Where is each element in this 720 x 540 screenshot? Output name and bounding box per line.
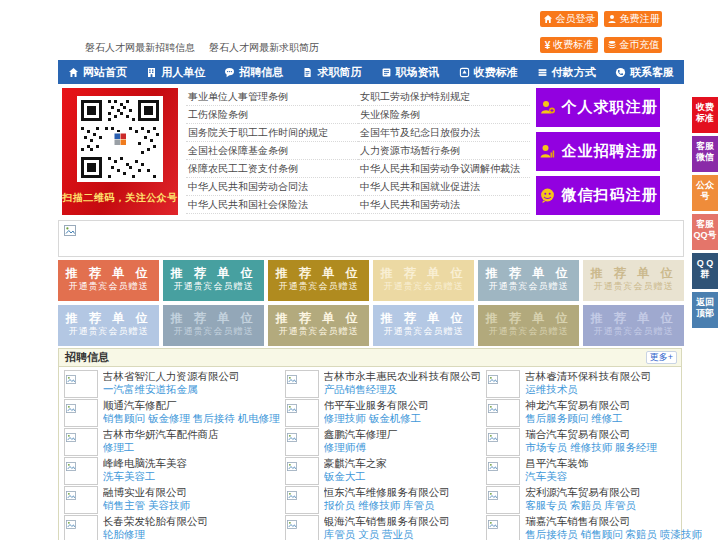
policy-link[interactable]: 国务院关于职工工作时间的规定 bbox=[186, 124, 358, 142]
nav-item-career-news[interactable]: 职场资讯 bbox=[381, 65, 440, 80]
jobs-more-link[interactable]: 更多+ bbox=[646, 351, 677, 364]
rail-label: 微信 bbox=[696, 152, 714, 162]
personal-register-button[interactable]: 个人求职注册 bbox=[536, 88, 660, 127]
nav-item-home[interactable]: 网站首页 bbox=[68, 65, 127, 80]
recommend-unit-card[interactable]: 推 荐 单 位开通贵宾会员赠送 bbox=[163, 305, 264, 346]
policy-link[interactable]: 事业单位人事管理条例 bbox=[186, 88, 358, 106]
company-jobs-link[interactable]: 钣金大工 bbox=[324, 470, 482, 483]
recommend-unit-card[interactable]: 推 荐 单 位开通贵宾会员赠送 bbox=[58, 260, 159, 301]
company-jobs-link[interactable]: 修理技师 钣金机修工 bbox=[324, 412, 482, 425]
company-name-link[interactable]: 银海汽车销售服务有限公司 bbox=[324, 514, 482, 528]
company-name-link[interactable]: 伟平车业服务有限公司 bbox=[324, 398, 482, 412]
company-jobs-link[interactable]: 售后接待员 销售顾问 索赔员 喷漆技师 bbox=[525, 528, 702, 540]
rail-back-to-top[interactable]: 返回顶部 bbox=[692, 292, 718, 328]
policy-link[interactable]: 女职工劳动保护特别规定 bbox=[358, 88, 530, 106]
company-logo-placeholder bbox=[285, 428, 319, 456]
nav-item-resumes[interactable]: 求职简历 bbox=[302, 65, 361, 80]
company-jobs-link[interactable]: 轮胎修理 bbox=[103, 528, 280, 540]
recommend-unit-card[interactable]: 推 荐 单 位开通贵宾会员赠送 bbox=[58, 305, 159, 346]
recommend-unit-card[interactable]: 推 荐 单 位开通贵宾会员赠送 bbox=[478, 260, 579, 301]
company-name-link[interactable]: 吉林市华妍汽车配件商店 bbox=[103, 427, 280, 441]
company-name-link[interactable]: 宏利源汽车贸易有限公司 bbox=[525, 485, 702, 499]
recommend-unit-card[interactable]: 推 荐 单 位开通贵宾会员赠送 bbox=[583, 305, 684, 346]
register-person-icon bbox=[607, 14, 617, 24]
nav-item-payment[interactable]: 付款方式 bbox=[537, 65, 596, 80]
ad-banner-placeholder[interactable] bbox=[58, 220, 684, 257]
company-jobs-link[interactable]: 修理师傅 bbox=[324, 441, 482, 454]
policy-link[interactable]: 中华人民共和国劳动法 bbox=[358, 196, 530, 214]
nav-item-job-info[interactable]: 招聘信息 bbox=[224, 65, 283, 80]
policy-link[interactable]: 中华人民共和国劳动争议调解仲裁法 bbox=[358, 160, 530, 178]
company-jobs-link[interactable]: 汽车美容 bbox=[525, 470, 702, 483]
recommend-unit-card[interactable]: 推 荐 单 位开通贵宾会员赠送 bbox=[583, 260, 684, 301]
rail-qq-group[interactable]: Q Q群 bbox=[692, 253, 718, 289]
company-name-link[interactable]: 昌平汽车装饰 bbox=[525, 456, 702, 470]
company-name-link[interactable]: 融博实业有限公司 bbox=[103, 485, 280, 499]
rail-qq-support[interactable]: 客服QQ号 bbox=[692, 214, 718, 250]
rail-official-account[interactable]: 公众号 bbox=[692, 175, 718, 211]
company-jobs-link[interactable]: 一汽富维安道拓金属 bbox=[103, 383, 280, 396]
recommend-unit-card[interactable]: 推 荐 单 位开通贵宾会员赠送 bbox=[373, 260, 474, 301]
company-jobs-link[interactable]: 运维技术员 bbox=[525, 383, 702, 396]
recommend-unit-card[interactable]: 推 荐 单 位开通贵宾会员赠送 bbox=[163, 260, 264, 301]
company-name-link[interactable]: 恒东汽车维修服务有限公司 bbox=[324, 485, 482, 499]
coin-recharge-button[interactable]: 金币充值 bbox=[604, 37, 662, 53]
company-register-button[interactable]: 企业招聘注册 bbox=[536, 132, 660, 171]
recommend-subtitle: 开通贵宾会员赠送 bbox=[373, 280, 474, 293]
company-item: 鑫鹏汽车修理厂修理师傅 bbox=[280, 427, 482, 456]
policy-link[interactable]: 人力资源市场暂行条例 bbox=[358, 142, 530, 160]
news-icon bbox=[381, 67, 392, 78]
company-name-link[interactable]: 鑫鹏汽车修理厂 bbox=[324, 427, 482, 441]
coin-recharge-label: 金币充值 bbox=[620, 38, 660, 52]
broken-image-icon bbox=[287, 375, 297, 384]
policy-link[interactable]: 中华人民共和国社会保险法 bbox=[186, 196, 358, 214]
company-name-link[interactable]: 吉林睿清环保科技有限公司 bbox=[525, 369, 702, 383]
company-name-link[interactable]: 豪麒汽车之家 bbox=[324, 456, 482, 470]
recommend-unit-card[interactable]: 推 荐 单 位开通贵宾会员赠送 bbox=[268, 260, 369, 301]
nav-label: 招聘信息 bbox=[239, 65, 283, 80]
nav-item-contact-support[interactable]: 联系客服 bbox=[615, 65, 674, 80]
latest-resumes-link[interactable]: 磐石人才网最新求职简历 bbox=[209, 42, 319, 53]
recommend-unit-card[interactable]: 推 荐 单 位开通贵宾会员赠送 bbox=[478, 305, 579, 346]
policy-link[interactable]: 失业保险条例 bbox=[358, 106, 530, 124]
company-jobs-link[interactable]: 销售顾问 钣金修理 售后接待 机电修理 bbox=[103, 412, 280, 425]
company-name-link[interactable]: 瑞嘉汽车销售有限公司 bbox=[525, 514, 702, 528]
company-jobs-link[interactable]: 市场专员 维修技师 服务经理 bbox=[525, 441, 702, 454]
rail-wechat-support[interactable]: 客服微信 bbox=[692, 136, 718, 172]
fee-standard-button[interactable]: ¥ 收费标准 bbox=[540, 37, 598, 53]
company-name-link[interactable]: 瑞合汽车贸易有限公司 bbox=[525, 427, 702, 441]
member-login-button[interactable]: 会员登录 bbox=[540, 11, 598, 27]
nav-item-employers[interactable]: 用人单位 bbox=[146, 65, 205, 80]
recommend-unit-card[interactable]: 推 荐 单 位开通贵宾会员赠送 bbox=[373, 305, 474, 346]
nav-item-fee-standard[interactable]: 收费标准 bbox=[459, 65, 518, 80]
policy-link[interactable]: 全国社会保障基金条例 bbox=[186, 142, 358, 160]
company-jobs-link[interactable]: 修理工 bbox=[103, 441, 280, 454]
recommend-title: 推 荐 单 位 bbox=[478, 266, 579, 280]
policy-link[interactable]: 中华人民共和国劳动合同法 bbox=[186, 178, 358, 196]
policy-link[interactable]: 中华人民共和国就业促进法 bbox=[358, 178, 530, 196]
company-jobs-link[interactable]: 产品销售经理及 bbox=[324, 383, 482, 396]
free-register-button[interactable]: 免费注册 bbox=[604, 11, 662, 27]
policy-link[interactable]: 全国年节及纪念日放假办法 bbox=[358, 124, 530, 142]
policy-link[interactable]: 工伤保险条例 bbox=[186, 106, 358, 124]
company-jobs-link[interactable]: 库管员 文员 营业员 bbox=[324, 528, 482, 540]
wechat-register-button[interactable]: 微信扫码注册 bbox=[536, 176, 660, 215]
policy-link[interactable]: 保障农民工工资支付条例 bbox=[186, 160, 358, 178]
company-name-link[interactable]: 吉林市永丰惠民农业科技有限公司 bbox=[324, 369, 482, 383]
company-jobs-link[interactable]: 销售主管 美容技师 bbox=[103, 499, 280, 512]
company-name-link[interactable]: 顺通汽车修配厂 bbox=[103, 398, 280, 412]
latest-jobs-link[interactable]: 磐石人才网最新招聘信息 bbox=[85, 42, 195, 53]
company-jobs-link[interactable]: 客服专员 索赔员 库管员 bbox=[525, 499, 702, 512]
broken-image-icon bbox=[287, 520, 297, 529]
company-name-link[interactable]: 神龙汽车贸易有限公司 bbox=[525, 398, 702, 412]
company-item: 瑞嘉汽车销售有限公司售后接待员 销售顾问 索赔员 喷漆技师 bbox=[481, 514, 702, 540]
company-jobs-link[interactable]: 售后服务顾问 维修工 bbox=[525, 412, 702, 425]
company-name-link[interactable]: 峰峰电脑洗车美容 bbox=[103, 456, 280, 470]
company-jobs-link[interactable]: 报价员 维修技师 库管员 bbox=[324, 499, 482, 512]
company-name-link[interactable]: 长春荣发轮胎有限公司 bbox=[103, 514, 280, 528]
company-name-link[interactable]: 吉林省智汇人力资源有限公司 bbox=[103, 369, 280, 383]
rail-fee-standard[interactable]: 收费标准 bbox=[692, 97, 718, 133]
recommend-unit-card[interactable]: 推 荐 单 位开通贵宾会员赠送 bbox=[268, 305, 369, 346]
company-jobs-link[interactable]: 洗车美容工 bbox=[103, 470, 280, 483]
recommend-title: 推 荐 单 位 bbox=[478, 311, 579, 325]
